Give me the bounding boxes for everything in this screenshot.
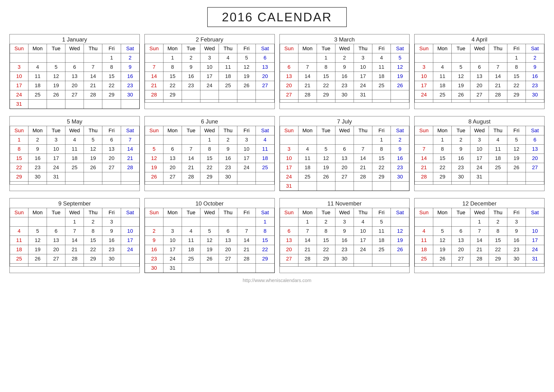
day-cell: 2 [182,53,200,63]
day-cell: 9 [526,63,544,72]
day-cell: 27 [47,254,65,264]
day-cell [28,217,47,227]
day-cell: 28 [65,254,84,264]
day-cell: 18 [298,163,317,172]
day-cell: 4 [415,227,433,236]
day-cell: 31 [470,172,489,182]
col-header-tue: Tue [452,208,470,217]
day-cell [65,53,84,63]
day-cell: 5 [28,227,47,236]
day-cell [182,135,200,145]
day-cell: 10 [354,63,372,72]
col-header-sun: Sun [280,44,298,53]
day-cell: 19 [28,245,47,254]
day-cell: 9 [452,145,470,154]
day-cell: 10 [47,145,65,154]
day-cell: 16 [391,154,409,163]
day-cell: 11 [65,145,84,154]
day-cell: 26 [452,90,470,99]
day-cell: 27 [256,81,274,90]
cal-table-4: SunMonTueWedThuFriSat1234567891011121314… [415,44,544,103]
week-row: 6789101112 [280,63,409,72]
day-cell [84,99,102,109]
day-cell: 27 [452,254,470,264]
day-cell: 19 [200,245,219,254]
day-cell [317,135,335,145]
day-cell: 10 [470,145,489,154]
day-cell: 22 [433,163,452,172]
page-title: 2016 CALENDAR [207,7,347,27]
col-header-wed: Wed [470,44,489,53]
day-cell: 9 [335,63,354,72]
day-cell: 3 [47,135,65,145]
day-cell: 10 [237,145,256,154]
day-cell [415,99,433,103]
month-title-12: 12 December [415,198,544,208]
col-header-mon: Mon [28,44,47,53]
day-cell: 30 [335,254,354,264]
day-cell: 5 [200,227,219,236]
day-cell: 28 [237,254,256,264]
day-cell [335,135,354,145]
week-row: 12345 [280,217,409,227]
day-cell [182,264,200,273]
week-row: 6789101112 [280,227,409,236]
day-cell [391,99,409,103]
day-cell: 4 [433,63,452,72]
day-cell: 19 [145,163,163,172]
day-cell: 12 [391,227,409,236]
day-cell [298,135,317,145]
day-cell: 23 [102,245,121,254]
day-cell [163,99,182,103]
week-row: 2829 [145,90,274,99]
week-row: 9101112131415 [145,236,274,245]
day-cell: 13 [65,72,84,81]
month-block-6: 6 JuneSunMonTueWedThuFriSat1234567891011… [145,116,275,191]
day-cell: 4 [372,53,391,63]
col-header-thu: Thu [489,126,507,135]
month-block-12: 12 DecemberSunMonTueWedThuFriSat12345678… [414,198,545,273]
month-block-1: 1 JanuarySunMonTueWedThuFriSat1234567891… [9,34,140,109]
day-cell: 11 [433,72,452,81]
cal-table-3: SunMonTueWedThuFriSat1234567891011121314… [280,44,409,103]
cal-table-11: SunMonTueWedThuFriSat1234567891011121314… [280,208,409,267]
col-header-wed: Wed [65,126,84,135]
day-cell: 30 [335,90,354,99]
day-cell: 13 [102,145,121,154]
col-header-tue: Tue [317,208,335,217]
week-row: 3456789 [415,63,544,72]
day-cell [489,53,507,63]
col-header-thu: Thu [84,126,102,135]
day-cell [354,99,372,103]
day-cell: 20 [219,245,237,254]
col-header-sun: Sun [145,44,163,53]
day-cell: 26 [47,90,65,99]
day-cell: 26 [84,163,102,172]
day-cell: 29 [489,254,507,264]
day-cell: 19 [507,154,526,163]
day-cell [121,254,139,264]
day-cell [121,264,139,267]
day-cell [391,254,409,264]
day-cell: 26 [507,163,526,172]
day-cell: 17 [237,154,256,163]
day-cell [10,217,28,227]
col-header-sat: Sat [256,208,274,217]
col-header-thu: Thu [489,208,507,217]
day-cell: 7 [415,145,433,154]
week-row: 567891011 [145,145,274,154]
week-row: 2345678 [145,227,274,236]
day-cell: 9 [335,227,354,236]
day-cell: 29 [163,90,182,99]
day-cell: 8 [256,227,274,236]
day-cell: 3 [470,135,489,145]
day-cell: 6 [280,227,298,236]
day-cell: 17 [10,81,28,90]
col-header-tue: Tue [317,44,335,53]
cal-table-5: SunMonTueWedThuFriSat1234567891011121314… [10,126,139,185]
day-cell: 5 [84,135,102,145]
day-cell: 15 [102,72,121,81]
day-cell [415,182,433,185]
day-cell: 23 [335,81,354,90]
day-cell [200,99,219,103]
